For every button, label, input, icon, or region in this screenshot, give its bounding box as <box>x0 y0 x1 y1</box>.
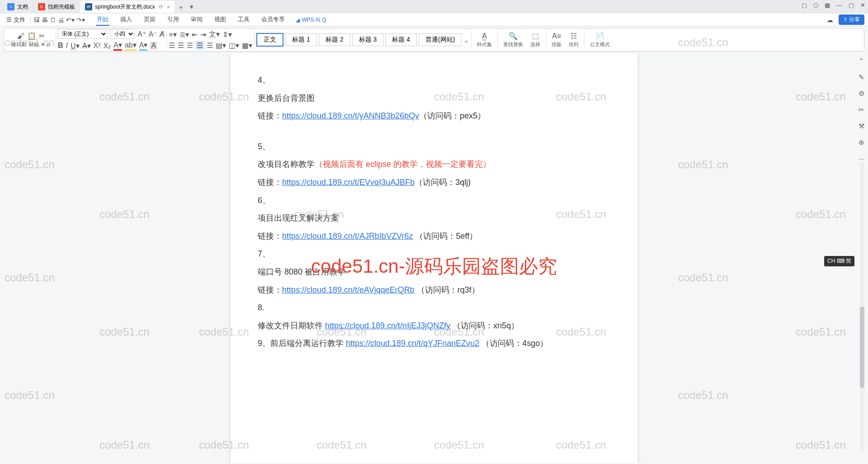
arrange-icon[interactable]: ☷ <box>571 32 577 40</box>
tab-active-doc[interactable]: Wspringboot开发文档.docx⟳× <box>80 1 175 13</box>
cut-icon[interactable]: ✂ <box>39 32 45 40</box>
link-6[interactable]: https://cloud.189.cn/t/qYJFnanEZvu2 <box>346 339 479 348</box>
find-icon[interactable]: 🔍 <box>509 32 518 40</box>
brush-icon[interactable]: 🖌 <box>17 32 24 40</box>
close-window-icon[interactable]: ✕ <box>860 2 865 9</box>
tab-review[interactable]: 审阅 <box>190 14 203 26</box>
italic-icon[interactable]: I <box>66 42 68 50</box>
style-h1[interactable]: 标题 1 <box>285 33 317 46</box>
char-shading-icon[interactable]: A <box>150 42 157 50</box>
styleset-label[interactable]: 样式集 <box>477 41 492 48</box>
indent-inc-icon[interactable]: ⇥ <box>200 30 206 39</box>
typeset-icon[interactable]: A≡ <box>552 32 561 40</box>
borders-icon[interactable]: ▦▾ <box>242 41 252 50</box>
maximize-icon[interactable]: ▢ <box>849 2 854 9</box>
win-btn-1[interactable]: ▢ <box>802 2 807 9</box>
minimize-icon[interactable]: — <box>836 2 842 9</box>
format-brush-label[interactable]: 格式刷 <box>11 41 26 48</box>
tab-docs[interactable]: ≡文档 <box>3 1 33 13</box>
sp-more-icon[interactable]: ⋯ <box>858 155 865 163</box>
align-justify-icon[interactable]: ☰ <box>196 41 204 50</box>
redo-icon[interactable]: ↷▾ <box>76 16 85 24</box>
grow-font-icon[interactable]: A⁺ <box>137 30 146 38</box>
fill-color-icon[interactable]: A▾ <box>139 41 148 51</box>
save-icon[interactable]: 🖫 <box>33 16 40 24</box>
tab-vip[interactable]: 会员专享 <box>260 14 286 26</box>
tab-templates[interactable]: D找稻壳模板 <box>33 1 80 13</box>
sp-tool1-icon[interactable]: ⚒ <box>859 122 864 130</box>
select-icon[interactable]: ⬚ <box>532 32 539 40</box>
distribute-icon[interactable]: ☰ <box>207 41 213 50</box>
ime-indicator[interactable]: CH ⌨ 简 <box>824 256 854 266</box>
font-color-icon[interactable]: A▾ <box>113 41 122 51</box>
docmode-icon[interactable]: 📄 <box>595 32 604 40</box>
docmode-label[interactable]: 公文模式 <box>590 41 610 48</box>
clipboard-icon[interactable]: 📋 <box>27 32 36 40</box>
link-3[interactable]: https://cloud.189.cn/t/AJRbIbVZVr6z <box>282 232 413 241</box>
scroll-thumb[interactable] <box>860 307 864 388</box>
text-dir-icon[interactable]: 文▾ <box>209 30 220 39</box>
sp-clip-icon[interactable]: ✂ <box>859 106 864 114</box>
close-icon[interactable]: × <box>167 4 170 10</box>
win-btn-3[interactable]: ▦ <box>825 2 830 9</box>
typeset-label[interactable]: 排版 <box>552 41 561 48</box>
underline-icon[interactable]: U▾ <box>71 42 80 50</box>
highlight-icon[interactable]: ab▾ <box>125 41 137 51</box>
undo-icon[interactable]: ↶▾ <box>66 16 75 24</box>
link-1[interactable]: https://cloud.189.cn/t/yANNB3b26bQv <box>282 111 419 120</box>
shrink-font-icon[interactable]: A⁻ <box>149 30 157 38</box>
numbering-icon[interactable]: ≣▾ <box>179 30 189 39</box>
shading-icon[interactable]: ◫▾ <box>229 41 239 50</box>
line-spacing-icon[interactable]: ⇕▾ <box>222 30 232 39</box>
win-btn-2[interactable]: ⬡ <box>813 2 818 9</box>
styles-more-icon[interactable]: ⌄ <box>463 36 469 44</box>
document-page[interactable]: 4、 更换后台背景图 链接：https://cloud.189.cn/t/yAN… <box>231 53 637 463</box>
copy-icon[interactable]: ⎘ <box>47 42 50 47</box>
tab-insert[interactable]: 插入 <box>119 14 133 26</box>
tab-tools[interactable]: 工具 <box>237 14 250 26</box>
tab-page[interactable]: 页面 <box>143 14 156 26</box>
sp-tool2-icon[interactable]: ⊕ <box>859 138 864 147</box>
style-h4[interactable]: 标题 4 <box>385 33 417 46</box>
tab-view[interactable]: 视图 <box>213 14 227 26</box>
style-h3[interactable]: 标题 3 <box>352 33 384 46</box>
align-left-icon[interactable]: ☰ <box>169 41 175 50</box>
app-menu-button[interactable]: ☰ 文件 <box>4 15 28 25</box>
style-web[interactable]: 普通(网站) <box>419 33 462 46</box>
clear-format-icon[interactable]: A̸ <box>160 30 165 38</box>
preview-icon[interactable]: 🗋 <box>50 16 56 24</box>
styleset-icon[interactable]: A̲ <box>482 32 487 40</box>
align-right-icon[interactable]: ☰ <box>187 41 193 50</box>
subscript-icon[interactable]: X₂ <box>104 42 111 50</box>
bullets-icon[interactable]: ≡▾ <box>169 30 176 39</box>
sp-edit-icon[interactable]: ✎ <box>859 73 864 81</box>
sp-collapse-icon[interactable]: ⌃ <box>859 57 864 65</box>
bold-icon[interactable]: B <box>58 42 63 50</box>
sp-settings-icon[interactable]: ⚙ <box>859 90 864 98</box>
wps-ai-button[interactable]: ◢ WPS AI Q <box>296 17 326 23</box>
cloud-icon[interactable]: ☁ <box>827 16 833 24</box>
indent-dec-icon[interactable]: ⇤ <box>192 30 198 39</box>
columns-icon[interactable]: ▤▾ <box>216 41 226 50</box>
print-icon[interactable]: 🖶 <box>42 16 48 24</box>
select-label[interactable]: 选择 <box>530 41 540 48</box>
strike-icon[interactable]: A̶▾ <box>82 42 91 50</box>
tab-menu-button[interactable]: ▾ <box>186 3 197 11</box>
print2-icon[interactable]: 🖨 <box>58 16 64 24</box>
link-2[interactable]: https://cloud.189.cn/t/EVvqI3uAJBFb <box>282 178 415 187</box>
style-h2[interactable]: 标题 2 <box>319 33 350 46</box>
align-center-icon[interactable]: ☰ <box>178 41 184 50</box>
font-name-select[interactable]: 宋体 (正文) <box>58 29 108 39</box>
link-4[interactable]: https://cloud.189.cn/t/eAVjqqeErQRb <box>282 285 415 294</box>
font-size-select[interactable]: 小四 <box>110 29 135 39</box>
share-button[interactable]: ⇧ 分享 <box>839 14 864 25</box>
find-replace-label[interactable]: 查找替换 <box>503 41 523 48</box>
tab-start[interactable]: 开始 <box>96 14 109 26</box>
tab-refresh-icon[interactable]: ⟳ <box>159 4 163 10</box>
paste-label[interactable]: 粘贴 <box>29 41 39 48</box>
superscript-icon[interactable]: X² <box>94 42 101 50</box>
arrange-label[interactable]: 排列 <box>569 41 579 48</box>
tab-add-button[interactable]: + <box>175 3 186 11</box>
link-5[interactable]: https://cloud.189.cn/t/nIjEJ3jQNZfy <box>325 321 450 330</box>
style-body[interactable]: 正文 <box>256 33 283 47</box>
